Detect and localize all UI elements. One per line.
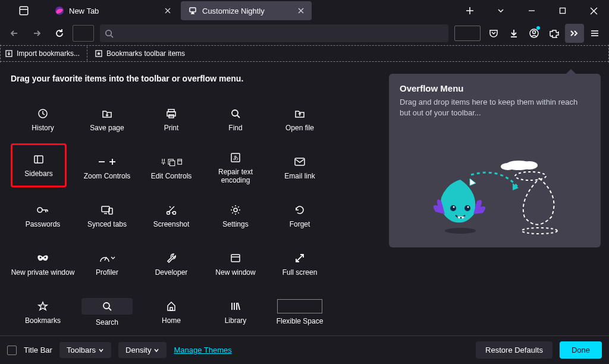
- svg-marker-85: [470, 178, 476, 186]
- svg-point-21: [533, 31, 536, 34]
- svg-point-74: [521, 161, 538, 170]
- titlebar-checkbox-label: Title Bar: [24, 346, 52, 354]
- item-save-page[interactable]: Save page: [75, 95, 139, 143]
- item-full-screen[interactable]: Full screen: [268, 240, 332, 288]
- bookmarks-toolbar-items[interactable]: Bookmarks toolbar items: [95, 49, 185, 58]
- item-zoom-controls[interactable]: Zoom Controls: [75, 143, 139, 192]
- new-tab-button[interactable]: [457, 2, 483, 20]
- svg-point-49: [37, 208, 42, 212]
- notification-dot: [536, 26, 540, 30]
- svg-rect-44: [178, 159, 182, 164]
- tab-label: New Tab: [69, 7, 157, 15]
- svg-rect-11: [560, 8, 566, 14]
- extensions-button[interactable]: [545, 24, 564, 43]
- item-repair-text[interactable]: あ Repair text encoding: [203, 143, 268, 192]
- item-new-window[interactable]: New window: [203, 240, 268, 288]
- palette-grid: History Save page Print Find Open file S…: [11, 95, 379, 336]
- import-bookmarks-button[interactable]: Import bookmarks...: [5, 49, 80, 58]
- item-flexible-space[interactable]: Flexible Space: [268, 288, 332, 336]
- overflow-button[interactable]: [565, 24, 584, 43]
- account-button[interactable]: [525, 24, 544, 43]
- svg-point-34: [232, 110, 238, 116]
- pocket-button[interactable]: [484, 24, 503, 43]
- url-bar[interactable]: [100, 24, 448, 42]
- bookmarks-toolbar[interactable]: Import bookmarks... Bookmarks toolbar it…: [0, 45, 609, 62]
- customize-footer: Title Bar Toolbars Density Manage Themes…: [0, 335, 609, 364]
- customize-content: Drag your favorite items into the toolba…: [0, 62, 609, 335]
- window-minimize[interactable]: [519, 2, 545, 20]
- overflow-illustration: [417, 155, 572, 238]
- svg-rect-32: [167, 112, 175, 116]
- done-button[interactable]: Done: [560, 341, 602, 359]
- svg-line-17: [111, 35, 113, 37]
- app-menu-button[interactable]: [585, 24, 604, 43]
- svg-point-75: [501, 163, 515, 170]
- svg-marker-65: [39, 302, 47, 310]
- svg-rect-53: [102, 206, 109, 212]
- star-icon: [31, 300, 55, 313]
- item-forget[interactable]: Forget: [268, 192, 332, 240]
- item-print[interactable]: Print: [139, 95, 203, 143]
- window-maximize[interactable]: [550, 2, 576, 20]
- window-close[interactable]: [580, 2, 607, 20]
- palette-heading: Drag your favorite items into the toolba…: [11, 74, 379, 83]
- search-icon: [105, 29, 114, 38]
- manage-themes-link[interactable]: Manage Themes: [174, 346, 231, 354]
- density-dropdown[interactable]: Density: [118, 342, 167, 358]
- back-button[interactable]: [5, 24, 24, 43]
- item-home[interactable]: Home: [139, 288, 203, 336]
- item-edit-controls[interactable]: Edit Controls: [139, 143, 203, 192]
- tab-close-button[interactable]: [295, 5, 307, 17]
- item-developer[interactable]: Developer: [139, 240, 203, 288]
- nav-toolbar: [0, 21, 609, 45]
- svg-rect-62: [231, 255, 240, 262]
- item-bookmarks[interactable]: Bookmarks: [11, 288, 75, 336]
- downloads-button[interactable]: [504, 24, 523, 43]
- svg-point-81: [453, 206, 455, 208]
- tab-customize[interactable]: Customize Nightly: [181, 1, 312, 20]
- customize-palette: Drag your favorite items into the toolba…: [11, 74, 379, 335]
- svg-point-66: [103, 303, 109, 309]
- item-synced-tabs[interactable]: Synced tabs: [75, 192, 139, 240]
- mask-icon: [31, 252, 55, 265]
- svg-line-35: [237, 115, 240, 118]
- history-icon: [31, 107, 55, 120]
- overflow-panel[interactable]: Overflow Menu Drag and drop items here t…: [389, 74, 601, 247]
- item-private-window[interactable]: New private window: [11, 240, 75, 288]
- item-settings[interactable]: Settings: [203, 192, 268, 240]
- item-open-file[interactable]: Open file: [268, 95, 332, 143]
- search-icon: [81, 298, 133, 315]
- svg-point-59: [40, 256, 42, 258]
- library-icon: [224, 300, 247, 313]
- forward-button[interactable]: [27, 24, 46, 43]
- tab-new-tab[interactable]: New Tab: [48, 1, 178, 20]
- item-profiler[interactable]: Profiler: [75, 240, 139, 288]
- toolbars-dropdown[interactable]: Toolbars: [59, 342, 111, 358]
- svg-line-64: [296, 255, 303, 262]
- item-email-link[interactable]: Email link: [268, 143, 332, 192]
- svg-point-57: [173, 211, 176, 214]
- tab-close-button[interactable]: [162, 5, 174, 17]
- item-search[interactable]: Search: [75, 288, 139, 336]
- item-library[interactable]: Library: [203, 288, 268, 336]
- email-icon: [288, 155, 312, 168]
- item-find[interactable]: Find: [203, 95, 268, 143]
- reload-button[interactable]: [50, 24, 69, 43]
- item-sidebars[interactable]: Sidebars: [11, 143, 67, 187]
- folder-download-icon: [95, 107, 119, 120]
- all-tabs-button[interactable]: [488, 2, 514, 20]
- forget-icon: [288, 203, 312, 216]
- titlebar-checkbox[interactable]: [7, 346, 17, 355]
- screenshot-icon: [159, 203, 183, 216]
- item-screenshot[interactable]: Screenshot: [139, 192, 203, 240]
- item-passwords[interactable]: Passwords: [11, 192, 75, 240]
- customize-icon: [188, 6, 197, 15]
- toolbar-drag-slot[interactable]: [454, 26, 481, 41]
- restore-defaults-button[interactable]: Restore Defaults: [476, 341, 553, 359]
- item-history[interactable]: History: [11, 95, 75, 143]
- separator: [87, 46, 87, 61]
- fullscreen-icon: [288, 252, 312, 265]
- toolbar-drag-slot[interactable]: [73, 25, 94, 42]
- flexible-space-icon: [277, 299, 322, 313]
- titlebar-spaces-button[interactable]: [0, 5, 48, 16]
